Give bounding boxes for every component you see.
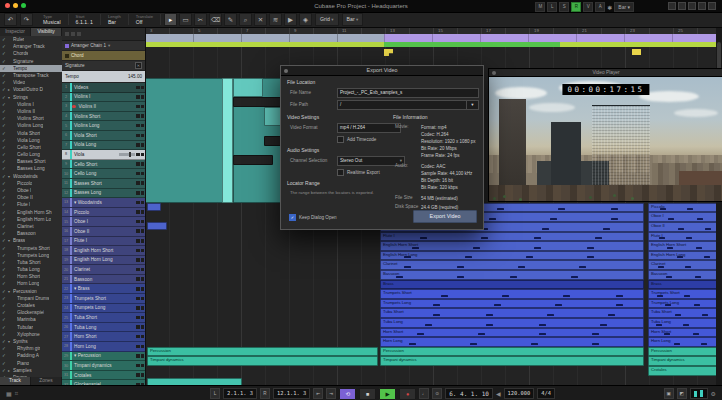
visibility-item[interactable]: ✓Cello Short <box>0 144 62 151</box>
keep-dialog-open-row[interactable]: ✓ Keep Dialog Open <box>289 214 337 221</box>
checkmark-icon[interactable]: ✓ <box>2 303 8 308</box>
titlebar-button-l[interactable]: L <box>547 2 557 12</box>
visibility-item[interactable]: ✓Rhythm gtr <box>0 345 62 352</box>
midi-activity-icon[interactable]: ◩ <box>677 388 687 399</box>
mute-button[interactable] <box>136 134 140 138</box>
tempo-track-row[interactable]: Tempo 145.00 <box>62 71 145 83</box>
visibility-item[interactable]: ✓Bassoon <box>0 230 62 237</box>
track-row[interactable]: 3Violins II <box>62 102 145 112</box>
click-icon[interactable]: ⊙ <box>432 388 442 399</box>
punch-in-icon[interactable]: ⇤ <box>313 388 323 399</box>
midi-clip[interactable]: Oboe I <box>648 212 716 222</box>
mute-button[interactable] <box>136 210 140 214</box>
solo-button[interactable] <box>141 325 145 329</box>
solo-button[interactable] <box>141 143 145 147</box>
checkmark-icon[interactable]: ✓ <box>2 152 8 157</box>
mute-button[interactable] <box>136 105 140 109</box>
mute-button[interactable] <box>136 345 140 349</box>
visibility-item[interactable]: ✓▾Strings <box>0 94 62 101</box>
track-row[interactable]: 23Trumpets Short <box>62 294 145 304</box>
checkmark-icon[interactable]: ✓ <box>2 253 8 258</box>
metronome-icon[interactable]: ♩ <box>419 388 429 399</box>
tool-button-4[interactable]: ✎ <box>224 13 237 26</box>
video-format-value[interactable]: mp4 / H.264 <box>337 123 401 133</box>
mute-button[interactable] <box>136 124 140 128</box>
track-row[interactable]: 5Violins Long <box>62 121 145 131</box>
file-name-input[interactable]: Project_-_PC_Exb_samples_s <box>337 88 479 98</box>
layout-left-zone-button[interactable] <box>668 2 676 10</box>
track-search-icon[interactable] <box>77 32 81 36</box>
video-player-window[interactable]: Video Player 00:00:17:15 <box>488 68 722 202</box>
cycle-button[interactable]: ⟲ <box>339 388 356 400</box>
record-button[interactable]: ● <box>399 388 416 400</box>
punch-out-icon[interactable]: ⇥ <box>326 388 336 399</box>
track-row[interactable]: 14Piccolo <box>62 208 145 218</box>
checkmark-icon[interactable]: ✓ <box>2 317 8 322</box>
midi-clip[interactable]: Horn Long <box>648 337 716 347</box>
audio-clip[interactable] <box>147 378 242 385</box>
midi-clip[interactable]: Trumpets Long <box>380 299 644 309</box>
visibility-item[interactable]: ✓▸Vocal/Outro D <box>0 86 62 93</box>
tool-button-7[interactable]: ≋ <box>269 13 282 26</box>
mute-button[interactable] <box>136 297 140 301</box>
mute-button[interactable] <box>136 354 140 358</box>
checkmark-icon[interactable]: ✓ <box>2 44 8 49</box>
solo-button[interactable] <box>141 124 145 128</box>
mute-button[interactable] <box>136 220 140 224</box>
checkmark-icon[interactable]: ✓ <box>2 73 8 78</box>
mute-button[interactable] <box>136 143 140 147</box>
close-icon[interactable]: ✕ <box>135 62 142 69</box>
checkmark-icon[interactable]: ✓ <box>2 346 8 351</box>
checkmark-icon[interactable]: ✓ <box>2 159 8 164</box>
solo-button[interactable] <box>141 191 145 195</box>
layout-lower-zone-button[interactable] <box>678 2 686 10</box>
checkmark-icon[interactable]: ✓ <box>2 102 8 107</box>
visibility-item[interactable]: ✓Violins Long <box>0 122 62 129</box>
onscreen-keyboard-icon[interactable]: ▦ <box>6 390 12 397</box>
add-track-icon[interactable] <box>65 32 69 36</box>
midi-clip[interactable]: English Horn Long <box>380 251 644 261</box>
browse-path-button[interactable]: ▾ <box>466 100 479 110</box>
visibility-item[interactable]: ✓Xylophone <box>0 331 62 338</box>
visibility-item[interactable]: ✓Arranger Track <box>0 43 62 50</box>
midi-clip[interactable]: Tuba Long <box>380 318 644 328</box>
checkmark-icon[interactable]: ✓ <box>2 361 8 366</box>
midi-clip[interactable]: Brass <box>380 280 644 290</box>
tool-button-2[interactable]: ✂ <box>194 13 207 26</box>
mixer-icon[interactable]: ⌗ <box>15 390 18 397</box>
checkmark-icon[interactable]: ✓ <box>2 325 8 330</box>
close-icon[interactable] <box>492 71 496 75</box>
signature-track-row[interactable]: Signature ✕ <box>62 61 145 71</box>
checkmark-icon[interactable]: ✓ <box>2 37 8 42</box>
titlebar-button-m[interactable]: M <box>535 2 545 12</box>
visibility-item[interactable]: ✓Horn Short <box>0 273 62 280</box>
track-row[interactable]: 20Clarinet <box>62 265 145 275</box>
solo-button[interactable] <box>141 335 145 339</box>
export-video-button[interactable]: Export Video <box>413 210 477 223</box>
mute-button[interactable] <box>136 268 140 272</box>
track-row[interactable]: 15Oboe I <box>62 217 145 227</box>
mute-button[interactable] <box>136 153 140 157</box>
bar-dropdown[interactable]: Bar ▾ <box>614 2 634 12</box>
track-row[interactable]: 18English Horn Short <box>62 246 145 256</box>
checkbox-checked-icon[interactable]: ✓ <box>289 214 296 221</box>
solo-button[interactable] <box>141 114 145 118</box>
visibility-item[interactable]: ✓Basses Long <box>0 165 62 172</box>
mute-button[interactable] <box>136 172 140 176</box>
visibility-item[interactable]: ✓Marimba <box>0 316 62 323</box>
play-button[interactable]: ▶ <box>379 388 396 400</box>
chord-track-row[interactable]: Chord <box>62 51 145 61</box>
midi-clip[interactable]: Bassoon <box>648 270 716 280</box>
checkmark-icon[interactable]: ✓ <box>2 296 8 301</box>
checkmark-icon[interactable]: ✓ <box>2 138 8 143</box>
checkmark-icon[interactable]: ✓ <box>2 80 8 85</box>
mute-button[interactable] <box>136 364 140 368</box>
solo-button[interactable] <box>141 239 145 243</box>
track-row[interactable]: 6Viola Short <box>62 131 145 141</box>
layout-right-zone-button[interactable] <box>688 2 696 10</box>
tab-track[interactable]: Track <box>0 377 31 385</box>
tool-button-9[interactable]: ◈ <box>299 13 312 26</box>
visibility-item[interactable]: ✓Violins Short <box>0 115 62 122</box>
solo-button[interactable] <box>141 181 145 185</box>
track-row[interactable]: 13▾ Woodwinds <box>62 198 145 208</box>
